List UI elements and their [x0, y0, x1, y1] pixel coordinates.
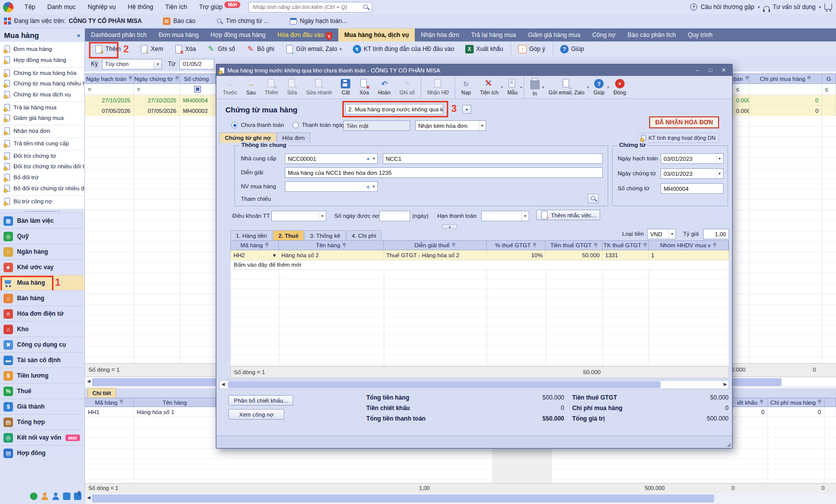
cell-tax-account[interactable]: 1331: [603, 250, 649, 260]
main-tab[interactable]: Hóa đơn đầu vào ↯: [271, 28, 338, 41]
dialog-toolbar-button[interactable]: Tiện ích ▾: [475, 76, 503, 98]
sidebar-item[interactable]: Trả lại hàng mua: [0, 101, 84, 112]
cell-item-code[interactable]: HH2▾: [231, 250, 279, 260]
grid-tab[interactable]: 1. Hàng tiền: [230, 230, 272, 240]
main-tab[interactable]: Mua hàng hóa, dịch vụ: [338, 28, 415, 41]
invoice-mode-combobox[interactable]: Nhận kèm hóa đơn ▾: [415, 120, 486, 131]
module-item[interactable]: Tài sản cố định: [0, 352, 84, 368]
toolbar-button[interactable]: Xuất khẩu: [460, 42, 509, 56]
module-item[interactable]: Kho: [0, 321, 84, 337]
menu-item[interactable]: Hệ thống: [122, 3, 159, 10]
allocate-discount-button[interactable]: Phân bổ chiết khấu...: [228, 395, 293, 406]
tax-grid-row[interactable]: HH2▾ Hàng hóa số 2 Thuế GTGT - Hàng hóa …: [230, 250, 729, 260]
chevron-down-icon[interactable]: ▾: [153, 59, 161, 69]
doc-tab[interactable]: Chứng từ ghi nợ: [219, 132, 276, 143]
report-button[interactable]: Báo cáo: [173, 17, 195, 24]
module-item[interactable]: Hợp đồng: [0, 445, 84, 461]
dialog-toolbar-button[interactable]: Xóa: [355, 76, 373, 98]
pin-icon[interactable]: [175, 76, 179, 81]
sidebar-item[interactable]: Đối trừ chứng từ: [0, 150, 84, 161]
main-tab[interactable]: Đơn mua hàng: [152, 28, 204, 41]
filter-cell[interactable]: [750, 84, 822, 94]
dialog-toolbar-button[interactable]: Gửi email, Zalo ▾: [544, 76, 589, 98]
search-input[interactable]: [251, 3, 361, 10]
pin-icon[interactable]: [594, 243, 598, 248]
dialog-toolbar-button[interactable]: Cất: [336, 76, 355, 98]
checkbox-filter-icon[interactable]: [194, 86, 201, 92]
toolbar-button[interactable]: KT tính đúng đắn của HĐ đầu vào: [347, 42, 460, 56]
chevron-down-icon[interactable]: ▾: [758, 5, 760, 9]
module-item[interactable]: Bán hàng: [0, 290, 84, 306]
scroll-left-icon[interactable]: ◀: [87, 379, 90, 384]
menu-item[interactable]: Tệp: [18, 3, 41, 10]
pin-icon[interactable]: [533, 243, 537, 248]
pin-icon[interactable]: [818, 400, 822, 405]
column-header[interactable]: Chi phí mua hàng: [768, 398, 825, 407]
dialog-toolbar-button[interactable]: Sửa: [283, 76, 302, 98]
dialog-toolbar-button[interactable]: Sau: [242, 76, 260, 98]
column-header[interactable]: Tên hàng: [134, 398, 216, 407]
grid-column-header[interactable]: Diễn giải thuế: [384, 241, 487, 250]
check-business-status-button[interactable]: KT tình trạng hoạt động DN: [638, 133, 719, 143]
chevron-down-icon[interactable]: ▾: [479, 121, 483, 130]
minimize-icon[interactable]: –: [692, 67, 703, 73]
toolbar-button[interactable]: Xem: [134, 42, 169, 56]
cart-icon[interactable]: [825, 3, 832, 9]
add-row-hint[interactable]: Bấm vào đây để thêm mới: [230, 260, 729, 270]
chevron-down-icon[interactable]: ▾: [669, 229, 673, 239]
dialog-toolbar-button[interactable]: Nạp: [455, 76, 475, 98]
dialog-titlebar[interactable]: Mua hàng trong nước không qua kho chưa t…: [216, 64, 732, 76]
column-header[interactable]: G: [822, 74, 836, 83]
pin-icon[interactable]: [265, 243, 269, 248]
column-header[interactable]: bán: [733, 74, 750, 83]
cell-goods-group[interactable]: 1: [649, 250, 729, 260]
pin-icon[interactable]: [807, 76, 811, 81]
exchange-rate-input[interactable]: 1,00: [703, 229, 729, 239]
cell-tax-description[interactable]: Thuế GTGT - Hàng hóa số 2: [384, 250, 487, 260]
grid-tab[interactable]: 4. Chi phí: [346, 230, 382, 240]
module-item[interactable]: Quỹ: [0, 228, 84, 244]
pin-icon[interactable]: [713, 243, 717, 248]
quickbar-overflow-chevron-icon[interactable]: »▾: [77, 491, 81, 496]
staff-person-icon[interactable]: [52, 493, 59, 500]
tab-detail[interactable]: Chi tiết: [87, 388, 116, 398]
toolbar-button[interactable]: Xóa: [169, 42, 201, 56]
pin-icon[interactable]: [342, 243, 346, 248]
sidebar-item[interactable]: Bỏ đối trừ: [0, 172, 84, 183]
dialog-toolbar-button[interactable]: Hoàn: [373, 76, 395, 98]
sidebar-splitter[interactable]: [25, 211, 60, 212]
main-tab[interactable]: Báo cáo phân tích: [622, 28, 682, 41]
main-tab[interactable]: Công nợ: [586, 28, 622, 41]
device-icon[interactable]: [63, 493, 70, 500]
module-item[interactable]: Công cụ dụng cụ: [0, 337, 84, 352]
hr-person-icon[interactable]: [41, 493, 48, 500]
grid-column-header[interactable]: TK thuế GTGT: [603, 241, 649, 250]
module-item[interactable]: Bàn làm việc: [0, 213, 84, 228]
grid-column-header[interactable]: Nhóm HHDV mua v: [649, 241, 729, 250]
description-field[interactable]: Mua hàng của NCC1 theo hóa đơn 1235: [285, 167, 603, 178]
scroll-right-icon[interactable]: ▶: [724, 382, 727, 387]
from-date-input[interactable]: 01/05/2: [179, 59, 214, 69]
cell-item-name[interactable]: Hàng hóa số 2: [279, 250, 384, 260]
chevron-down-icon[interactable]: ▾: [373, 184, 375, 189]
chevron-down-icon[interactable]: ▾: [716, 169, 721, 178]
main-tab[interactable]: Quy trình: [682, 28, 719, 41]
scroll-left-icon[interactable]: ◀: [221, 382, 225, 387]
collapse-sidebar-icon[interactable]: «: [77, 31, 80, 39]
currency-combobox[interactable]: VND ▾: [647, 229, 676, 239]
dialog-toolbar-button[interactable]: Giúp ▾: [589, 76, 609, 98]
maximize-icon[interactable]: □: [705, 67, 716, 73]
faq-link[interactable]: Câu hỏi thường gặp: [701, 3, 754, 10]
chevron-down-icon[interactable]: ▾: [319, 211, 323, 221]
filter-cell[interactable]: =: [85, 84, 134, 94]
grid-column-header[interactable]: Tên hàng: [279, 241, 384, 250]
add-reminder-button[interactable]: Thêm nhắc việc...: [536, 210, 600, 220]
scrollbar-thumb[interactable]: [92, 495, 714, 503]
main-tab[interactable]: Giảm giá hàng mua: [522, 28, 586, 41]
module-item[interactable]: Kết nối vay vốn Mới: [0, 430, 84, 445]
find-voucher-button[interactable]: Tìm chứng từ ...: [226, 17, 269, 24]
radio-pay-now[interactable]: [292, 122, 299, 128]
grid-column-header[interactable]: Tiền thuế GTGT: [546, 241, 603, 250]
add-icon[interactable]: +: [366, 156, 370, 162]
toolbar-button[interactable]: Góp ý: [511, 42, 551, 56]
